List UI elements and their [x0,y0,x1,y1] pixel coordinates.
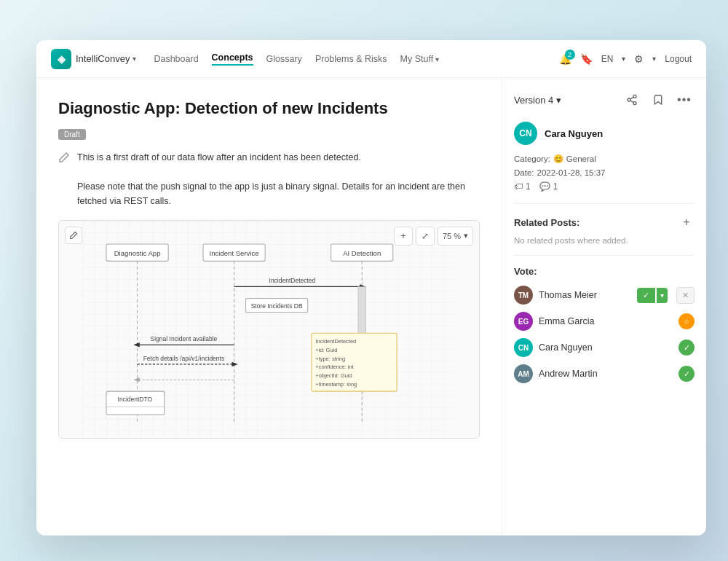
svg-text:Diagnostic App: Diagnostic App [114,248,161,256]
more-options-button[interactable]: ••• [674,90,695,110]
settings-chevron: ▾ [652,55,656,63]
nav-problems-risks[interactable]: Problems & Risks [315,54,387,64]
vote-item: EG Emma Garcia ○ [514,312,695,331]
share-button[interactable] [622,90,642,110]
diagram-pencil-icon [69,231,78,240]
nav-glossary[interactable]: Glossary [266,54,302,64]
description-line1: This is a first draft of our data flow a… [77,152,361,162]
logout-button[interactable]: Logout [665,54,692,64]
vote-status-pending-emma: ○ [678,313,695,329]
description-line2: Please note that the push signal to the … [77,181,465,206]
share-icon [626,94,638,106]
vote-item: AM Andrew Martin ✓ [514,364,695,383]
vote-item: TM Thomas Meier ✓ ▾ ✕ [514,286,695,305]
diagram-svg: Diagnostic App Incident Service AI Detec… [59,221,479,438]
date-label: Date: [514,168,534,177]
voter-avatar-andrew: AM [514,364,533,383]
nav-dashboard[interactable]: Dashboard [154,54,198,64]
save-button[interactable] [648,90,668,110]
svg-text:Fetch details /api/v1/incident: Fetch details /api/v1/incidents [143,354,225,361]
voter-avatar-thomas: TM [514,286,533,305]
vote-list: TM Thomas Meier ✓ ▾ ✕ EG Emma Garcia ○ [514,286,695,383]
divider-1 [514,203,695,204]
vote-dropdown-thomas[interactable]: ▾ [657,288,668,303]
nav-links: Dashboard Concepts Glossary Problems & R… [154,52,558,66]
svg-line-41 [630,97,634,99]
lang-chevron: ▾ [622,55,625,63]
diagram-zoom-control[interactable]: 75 % ▾ [438,227,473,246]
meta-stats: 🏷 1 💬 1 [514,181,695,192]
diagram-container: + ⤢ 75 % ▾ [58,220,480,439]
svg-text:IncidentDetected: IncidentDetected [315,338,356,345]
no-related-text: No related posts where added. [514,236,695,245]
sidebar-action-icons: ••• [622,90,695,110]
add-related-post-button[interactable]: + [678,214,695,230]
diagram-expand-button[interactable]: ⤢ [416,227,435,246]
category-emoji: 😊 [553,154,563,164]
comments-count: 1 [553,181,558,192]
more-icon: ••• [677,93,692,106]
version-chevron: ▾ [556,95,561,106]
voter-name-andrew: Andrew Martin [539,369,673,379]
svg-text:+type: string: +type: string [315,355,345,361]
logo-icon: ◈ [51,49,71,69]
svg-text:+objectId: Guid: +objectId: Guid [315,372,352,379]
notification-badge: 2 [565,50,575,60]
category-name: General [566,154,596,163]
svg-point-39 [633,102,636,105]
category-row: Category: 😊 General [514,154,695,164]
diagram-add-button[interactable]: + [394,227,413,246]
logo[interactable]: ◈ IntelliConvey ▾ [51,49,148,69]
comments-stat: 💬 1 [539,181,558,192]
diagram-edit-button[interactable] [65,227,82,244]
svg-text:+timestamp: long: +timestamp: long [315,380,357,387]
page-title: Diagnostic App: Detection of new Inciden… [58,98,480,119]
likes-stat: 🏷 1 [514,181,531,192]
bookmark-nav-icon[interactable]: 🔖 [580,53,593,65]
vote-status-approved-cara: ✓ [678,340,695,356]
svg-text:IncidentDTO: IncidentDTO [118,396,153,403]
navbar-actions: 🔔 2 🔖 EN ▾ ⚙ ▾ Logout [559,53,692,65]
nav-my-stuff[interactable]: My Stuff [400,54,439,64]
vote-section-title: Vote: [514,266,695,277]
author-avatar: CN [514,122,537,145]
svg-text:+id: Guid: +id: Guid [315,346,337,353]
svg-rect-34 [106,391,165,415]
zoom-chevron: ▾ [464,231,468,240]
svg-text:IncidentDetected: IncidentDetected [269,277,316,284]
svg-point-37 [633,95,636,98]
vote-item: CN Cara Nguyen ✓ [514,338,695,357]
settings-icon[interactable]: ⚙ [634,53,644,65]
voter-name-cara: Cara Nguyen [539,342,673,353]
navbar: ◈ IntelliConvey ▾ Dashboard Concepts Glo… [36,40,706,78]
main-window: ◈ IntelliConvey ▾ Dashboard Concepts Glo… [36,40,706,536]
brand-chevron: ▾ [132,55,136,63]
approve-button-thomas[interactable]: ✓ [637,288,655,303]
date-row: Date: 2022-01-28, 15:37 [514,168,695,177]
voter-name-thomas: Thomas Meier [539,290,631,300]
related-posts-header: Related Posts: + [514,214,695,230]
heart-icon: 🏷 [514,181,523,192]
divider-2 [514,255,695,256]
notification-bell[interactable]: 🔔 2 [559,53,571,65]
voter-avatar-cara: CN [514,338,533,357]
zoom-level: 75 % [443,232,461,240]
version-selector[interactable]: Version 4 ▾ [514,95,561,106]
main-content: Diagnostic App: Detection of new Inciden… [36,78,502,536]
reject-button-thomas[interactable]: ✕ [676,287,695,304]
nav-concepts[interactable]: Concepts [212,52,253,66]
svg-text:AI Detection: AI Detection [343,248,381,256]
brand-name: IntelliConvey [76,53,130,64]
bookmark-icon [652,94,664,106]
comment-icon: 💬 [539,181,550,192]
description-edit-icon[interactable] [58,152,70,163]
svg-line-40 [630,101,634,103]
svg-text:Signal Incident available: Signal Incident available [151,335,218,342]
content-area: Diagnostic App: Detection of new Inciden… [36,78,706,536]
diagram-toolbar: + ⤢ 75 % ▾ [394,227,473,246]
language-selector[interactable]: EN [601,54,614,64]
related-posts-title: Related Posts: [514,217,579,228]
svg-text:Incident Service: Incident Service [210,248,259,256]
version-label: Version 4 [514,95,553,106]
description-section: This is a first draft of our data flow a… [58,150,480,208]
